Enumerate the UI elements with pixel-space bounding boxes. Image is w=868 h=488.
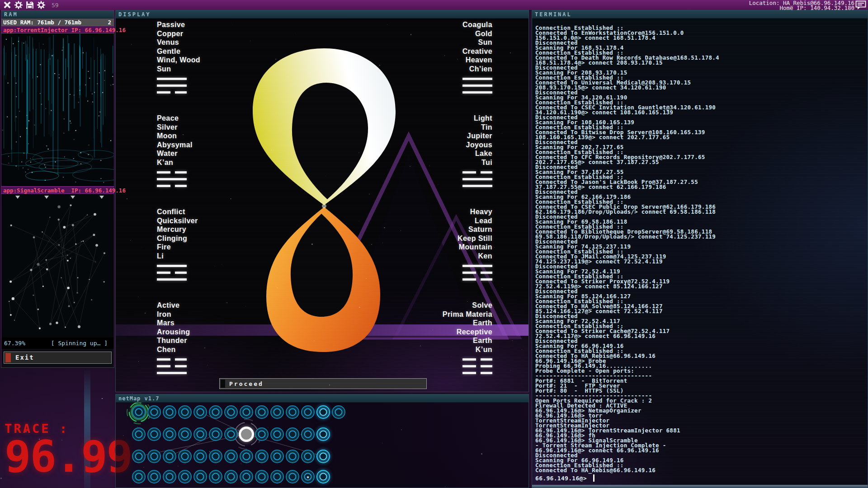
netmap-node[interactable]: [132, 470, 146, 483]
terminal-cursor: [593, 474, 594, 482]
netmap-node[interactable]: [286, 470, 299, 483]
display-word: Heaven: [462, 56, 492, 65]
netmap-node-star[interactable]: [301, 470, 315, 483]
netmap-node[interactable]: [193, 405, 207, 419]
netmap-node-bright[interactable]: [316, 427, 330, 441]
trace-block: TRACE : 96.99: [5, 422, 132, 476]
netmap-node[interactable]: [255, 427, 269, 441]
display-word: Coagula: [462, 20, 492, 29]
netmap-node[interactable]: [193, 427, 207, 441]
netmap-node[interactable]: [255, 405, 269, 419]
prompt-text: 66.96.149.16@>: [535, 475, 590, 482]
progress-row: 67.39% [ Spinning up… ]: [1, 338, 114, 349]
terminal-prompt[interactable]: 66.96.149.16@>: [535, 474, 594, 482]
display-word: Clinging: [157, 234, 198, 243]
netmap-node[interactable]: [147, 470, 161, 483]
netmap-node[interactable]: [163, 450, 176, 463]
netmap-node[interactable]: [224, 427, 238, 441]
progress-status: [ Spinning up… ]: [51, 340, 108, 347]
display-word: Conflict: [157, 207, 198, 216]
netmap-node-bright[interactable]: [316, 405, 330, 419]
netmap-node[interactable]: [178, 405, 192, 419]
netmap-node-bright[interactable]: [316, 470, 330, 483]
app-signal-scramble-bar[interactable]: app:SignalScramble IP: 66.96.149.16: [1, 186, 114, 194]
netmap-node[interactable]: [193, 450, 207, 463]
chat-icon[interactable]: [855, 0, 866, 10]
netmap-node[interactable]: [132, 427, 146, 441]
netmap-node[interactable]: [332, 405, 345, 419]
display-word: K’an: [157, 158, 193, 167]
ram-usage-bar: USED RAM: 761mb / 761mb 2: [1, 19, 114, 26]
settings-gear-icon[interactable]: [37, 1, 45, 9]
word-group: PeaceSilverMoonAbysymalWaterK’an: [157, 114, 193, 192]
display-word: Light: [462, 114, 492, 123]
netmap-node[interactable]: [209, 450, 222, 463]
netmap-node[interactable]: [163, 470, 176, 483]
netmap-node[interactable]: [193, 470, 207, 483]
netmap-node[interactable]: [209, 470, 222, 483]
netmap-node-bright[interactable]: [316, 450, 330, 463]
netmap-node[interactable]: [270, 450, 284, 463]
display-word: Water: [157, 149, 193, 158]
used-ram-label: USED RAM: 761mb / 761mb: [3, 19, 81, 26]
netmap-node[interactable]: [178, 470, 192, 483]
save-icon[interactable]: [26, 1, 34, 9]
netmap-node[interactable]: [209, 405, 222, 419]
display-word: Saturn: [458, 225, 492, 234]
display-word: Mars: [157, 319, 190, 328]
display-word: Prima Materia: [443, 310, 492, 319]
display-word: Iron: [157, 310, 190, 319]
netmap-node[interactable]: [255, 450, 269, 463]
netmap-node[interactable]: [163, 427, 176, 441]
trigram: [157, 78, 187, 94]
gear-icon[interactable]: [14, 1, 23, 9]
netmap-node[interactable]: [255, 470, 269, 483]
netmap-node[interactable]: [163, 405, 176, 419]
netmap-node[interactable]: [147, 405, 161, 419]
netmap-panel: netMap v1.7: [115, 394, 529, 488]
ram-counter: 59: [52, 2, 59, 9]
exit-button[interactable]: Exit: [4, 352, 112, 364]
netmap-node[interactable]: [178, 427, 192, 441]
netmap-node[interactable]: [209, 427, 222, 441]
display-word: Li: [157, 252, 198, 261]
netmap-node[interactable]: [286, 450, 299, 463]
display-word: Ch’ien: [462, 65, 492, 74]
netmap-node[interactable]: [270, 427, 284, 441]
word-group: LightTinJupiterJoyousLakeTui: [462, 114, 492, 192]
netmap-node[interactable]: [286, 405, 299, 419]
netmap-node[interactable]: [147, 450, 161, 463]
netmap-node[interactable]: [240, 405, 253, 419]
display-word: Wind, Wood: [157, 56, 200, 65]
close-icon[interactable]: [3, 1, 11, 9]
netmap-node[interactable]: [224, 470, 238, 483]
netmap-node[interactable]: [270, 470, 284, 483]
netmap-node[interactable]: [270, 405, 284, 419]
display-word: Sun: [157, 65, 200, 74]
app-torrent-injector-bar[interactable]: app:TorrentInjector IP: 66.96.149.16: [1, 26, 114, 33]
netmap-node[interactable]: [147, 427, 161, 441]
display-word: Keep Still: [458, 234, 492, 243]
trigram: [462, 358, 492, 374]
netmap-node[interactable]: [240, 470, 253, 483]
netmap-node[interactable]: [286, 427, 299, 441]
display-word: Joyous: [462, 141, 492, 150]
proceed-button-marker: [221, 380, 225, 388]
word-group: CoagulaGoldSunCreativeHeavenCh’ien: [462, 20, 492, 98]
ram-panel: RAM USED RAM: 761mb / 761mb 2 app:Torren…: [1, 10, 114, 368]
netmap-node[interactable]: [301, 427, 315, 441]
netmap-node-green[interactable]: [132, 405, 146, 419]
netmap-node[interactable]: [132, 450, 146, 463]
display-word: Moon: [157, 131, 193, 141]
netmap-node-white[interactable]: [239, 427, 254, 442]
netmap-node[interactable]: [301, 405, 315, 419]
netmap-node[interactable]: [224, 405, 238, 419]
progress-percent: 67.39%: [4, 340, 25, 347]
netmap-node[interactable]: [301, 450, 315, 463]
display-word: Gold: [462, 29, 492, 38]
netmap-node[interactable]: [240, 450, 253, 463]
word-group: ConflictQuicksilverMercuryClingingFireLi: [157, 207, 198, 285]
netmap-node[interactable]: [178, 450, 192, 463]
proceed-button[interactable]: Proceed: [219, 378, 427, 389]
netmap-node[interactable]: [224, 450, 238, 463]
